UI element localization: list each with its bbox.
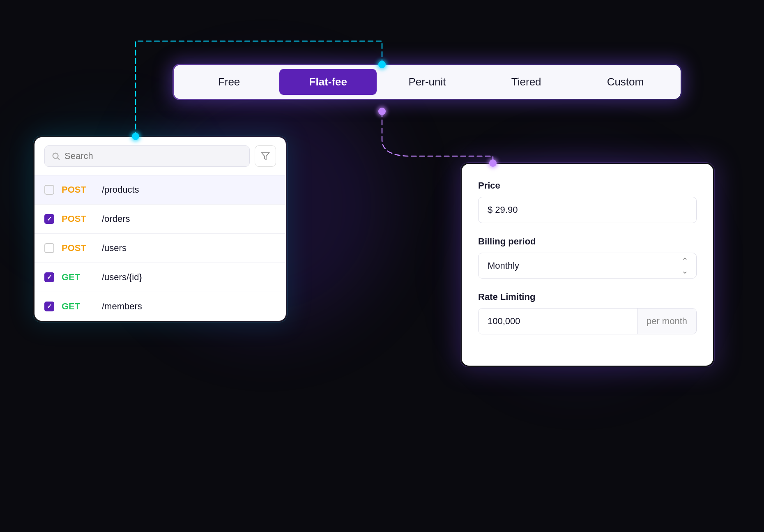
method-post-1: POST	[62, 184, 94, 195]
checkbox-5[interactable]: ✓	[44, 302, 54, 311]
svg-line-1	[58, 158, 59, 159]
filter-icon	[261, 152, 270, 161]
rate-group: Rate Limiting per month	[478, 292, 697, 334]
connector-dot-cyan-top	[378, 61, 386, 68]
checkbox-3[interactable]	[44, 243, 54, 253]
path-1: /products	[102, 184, 139, 195]
billing-select[interactable]: Monthly Yearly Weekly	[478, 253, 697, 279]
endpoint-list: POST /products ✓ POST /orders POST /user…	[35, 175, 286, 321]
rate-label: Rate Limiting	[478, 292, 697, 302]
method-post-3: POST	[62, 243, 94, 253]
connector-dot-purple-top	[378, 108, 386, 115]
rate-suffix: per month	[637, 309, 696, 334]
checkbox-4[interactable]: ✓	[44, 272, 54, 282]
endpoint-row[interactable]: POST /products	[35, 175, 286, 205]
tab-custom[interactable]: Custom	[577, 69, 674, 95]
tab-bar-glow: Free Flat-fee Per-unit Tiered Custom	[173, 64, 682, 100]
endpoint-row[interactable]: ✓ POST /orders	[35, 205, 286, 234]
billing-group: Billing period Monthly Yearly Weekly ⌃⌄	[478, 236, 697, 279]
path-4: /users/{id}	[102, 272, 142, 283]
rate-limit-row: per month	[478, 308, 697, 334]
pricing-panel: Price Billing period Monthly Yearly Week…	[462, 164, 713, 366]
search-input-wrap	[44, 145, 250, 167]
method-get-4: GET	[62, 272, 94, 283]
rate-value-input[interactable]	[479, 309, 637, 334]
endpoint-panel-wrapper: POST /products ✓ POST /orders POST /user…	[33, 136, 288, 322]
price-input[interactable]	[478, 197, 697, 223]
checkmark-4: ✓	[47, 274, 52, 281]
path-5: /members	[102, 301, 142, 312]
method-get-5: GET	[62, 301, 94, 312]
method-post-2: POST	[62, 214, 94, 224]
checkbox-1[interactable]	[44, 185, 54, 195]
price-group: Price	[478, 180, 697, 223]
tab-flat-fee[interactable]: Flat-fee	[279, 69, 377, 95]
path-2: /orders	[102, 214, 130, 224]
tab-bar: Free Flat-fee Per-unit Tiered Custom	[174, 65, 681, 99]
filter-button[interactable]	[255, 145, 276, 167]
checkmark-5: ✓	[47, 303, 52, 310]
svg-marker-2	[262, 153, 269, 160]
endpoint-row[interactable]: POST /users	[35, 234, 286, 263]
checkmark-2: ✓	[47, 215, 52, 223]
connector-dot-purple-bottom	[489, 159, 497, 167]
pricing-panel-glow: Price Billing period Monthly Yearly Week…	[460, 162, 715, 367]
price-label: Price	[478, 180, 697, 191]
tab-tiered[interactable]: Tiered	[478, 69, 575, 95]
search-icon	[51, 152, 60, 161]
search-bar	[35, 137, 286, 175]
tab-free[interactable]: Free	[180, 69, 278, 95]
checkbox-2[interactable]: ✓	[44, 214, 54, 224]
search-input[interactable]	[64, 151, 243, 161]
endpoint-panel-glow: POST /products ✓ POST /orders POST /user…	[33, 136, 288, 322]
tab-per-unit[interactable]: Per-unit	[378, 69, 476, 95]
endpoint-panel: POST /products ✓ POST /orders POST /user…	[35, 137, 286, 321]
pricing-panel-wrapper: Price Billing period Monthly Yearly Week…	[460, 162, 715, 367]
endpoint-row[interactable]: ✓ GET /users/{id}	[35, 263, 286, 292]
endpoint-row[interactable]: ✓ GET /members	[35, 292, 286, 321]
path-3: /users	[102, 243, 127, 253]
connector-dot-cyan-bottom	[132, 133, 139, 140]
billing-select-wrap: Monthly Yearly Weekly ⌃⌄	[478, 253, 697, 279]
billing-label: Billing period	[478, 236, 697, 247]
tab-bar-wrapper: Free Flat-fee Per-unit Tiered Custom	[173, 64, 682, 100]
